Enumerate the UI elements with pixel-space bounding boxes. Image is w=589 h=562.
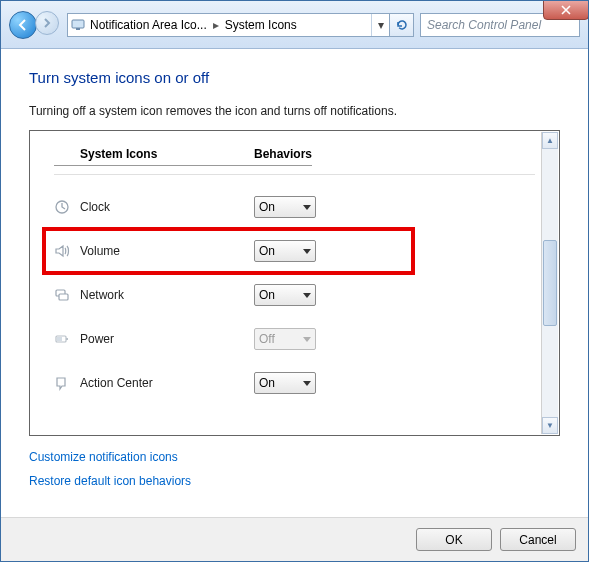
cancel-button[interactable]: Cancel (500, 528, 576, 551)
control-panel-icon (68, 19, 88, 31)
nav-forward-button[interactable] (35, 11, 59, 35)
scroll-track[interactable] (542, 149, 558, 417)
power-icon (54, 331, 80, 347)
content-area: Turn system icons on or off Turning off … (1, 49, 588, 506)
behavior-select-value: Off (259, 332, 275, 346)
restore-default-icon-behaviors-link[interactable]: Restore default icon behaviors (29, 474, 560, 488)
table-row: ClockOn (54, 185, 535, 229)
row-label: Network (80, 288, 254, 302)
behavior-select[interactable]: On (254, 284, 316, 306)
address-dropdown-button[interactable]: ▾ (371, 14, 389, 36)
action-center-icon (54, 375, 80, 391)
svg-rect-7 (57, 337, 62, 341)
breadcrumb-item[interactable]: System Icons (223, 18, 299, 32)
svg-rect-0 (72, 20, 84, 28)
ok-button[interactable]: OK (416, 528, 492, 551)
table-row: NetworkOn (54, 273, 535, 317)
table-row: PowerOff (54, 317, 535, 361)
behavior-select-value: On (259, 376, 275, 390)
scrollbar[interactable]: ▲ ▼ (541, 132, 558, 434)
behavior-select[interactable]: On (254, 372, 316, 394)
breadcrumb-separator-icon: ▸ (209, 18, 223, 32)
chevron-down-icon (303, 249, 311, 254)
behavior-select[interactable]: On (254, 196, 316, 218)
address-bar[interactable]: Notification Area Ico... ▸ System Icons … (67, 13, 390, 37)
page-title: Turn system icons on or off (29, 69, 560, 86)
svg-rect-6 (66, 338, 68, 340)
behavior-select-value: On (259, 200, 275, 214)
behavior-select: Off (254, 328, 316, 350)
chevron-down-icon (303, 205, 311, 210)
scroll-up-button[interactable]: ▲ (542, 132, 558, 149)
svg-rect-4 (59, 294, 68, 300)
chevron-down-icon (303, 381, 311, 386)
refresh-button[interactable] (390, 13, 414, 37)
volume-icon (54, 243, 80, 259)
table-row: VolumeOn (54, 229, 535, 273)
row-label: Action Center (80, 376, 254, 390)
behavior-select[interactable]: On (254, 240, 316, 262)
system-icons-panel: System Icons Behaviors ClockOnVolumeOnNe… (29, 130, 560, 436)
dialog-footer: OK Cancel (1, 517, 588, 561)
customize-notification-icons-link[interactable]: Customize notification icons (29, 450, 560, 464)
nav-back-button[interactable] (9, 11, 37, 39)
table-row: Action CenterOn (54, 361, 535, 405)
breadcrumb-item[interactable]: Notification Area Ico... (88, 18, 209, 32)
network-icon (54, 287, 80, 303)
page-description: Turning off a system icon removes the ic… (29, 104, 560, 118)
chevron-down-icon (303, 337, 311, 342)
behavior-select-value: On (259, 288, 275, 302)
scroll-down-button[interactable]: ▼ (542, 417, 558, 434)
clock-icon (54, 199, 80, 215)
titlebar: Notification Area Ico... ▸ System Icons … (1, 1, 588, 49)
chevron-down-icon (303, 293, 311, 298)
svg-rect-1 (76, 28, 80, 30)
window-close-button[interactable] (543, 0, 589, 20)
scroll-thumb[interactable] (543, 240, 557, 326)
behavior-select-value: On (259, 244, 275, 258)
column-header-behaviors: Behaviors (254, 147, 312, 166)
column-header-system-icons: System Icons (54, 147, 254, 166)
row-label: Power (80, 332, 254, 346)
search-placeholder: Search Control Panel (427, 18, 541, 32)
row-label: Volume (80, 244, 254, 258)
row-label: Clock (80, 200, 254, 214)
